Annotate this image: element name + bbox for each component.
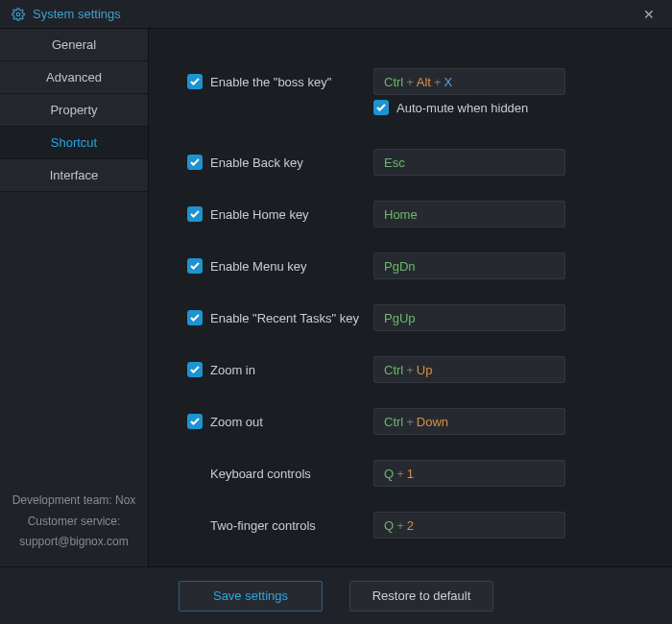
tab-property[interactable]: Property: [0, 94, 148, 127]
label-zoomout: Zoom out: [210, 415, 373, 429]
hotkey-twofinger[interactable]: Q+2: [373, 512, 565, 539]
row-zoomin: Zoom in Ctrl+Up: [187, 344, 641, 396]
label-home: Enable Home key: [210, 207, 373, 222]
checkbox-zoomin[interactable]: [187, 362, 203, 377]
row-zoomout: Zoom out Ctrl+Down: [187, 396, 641, 447]
titlebar: System settings ✕: [0, 0, 672, 29]
label-keyboard: Keyboard controls: [210, 467, 373, 481]
hotkey-recent[interactable]: PgUp: [373, 304, 565, 331]
label-zoomin: Zoom in: [210, 363, 373, 377]
gear-icon: [12, 8, 25, 21]
row-recent: Enable "Recent Tasks" key PgUp: [187, 292, 641, 344]
label-back: Enable Back key: [210, 156, 373, 170]
footer-line-2: Customer service:: [8, 512, 140, 533]
hotkey-zoomin[interactable]: Ctrl+Up: [373, 356, 565, 383]
svg-point-0: [16, 12, 20, 16]
hotkey-home[interactable]: Home: [373, 201, 565, 228]
checkbox-recent[interactable]: [187, 310, 203, 325]
checkbox-home[interactable]: [187, 206, 203, 222]
row-back: Enable Back key Esc: [187, 136, 641, 188]
tab-advanced[interactable]: Advanced: [0, 61, 148, 94]
label-recent: Enable "Recent Tasks" key: [210, 311, 373, 325]
tab-shortcut[interactable]: Shortcut: [0, 127, 148, 159]
label-bosskey: Enable the "boss key": [210, 75, 373, 89]
checkbox-automute[interactable]: [373, 100, 389, 115]
sidebar-tabs: General Advanced Property Shortcut Inter…: [0, 29, 148, 192]
hotkey-back[interactable]: Esc: [373, 149, 565, 176]
hotkey-menu[interactable]: PgDn: [373, 252, 565, 279]
footer-line-3: support@bignox.com: [8, 532, 140, 553]
row-menu: Enable Menu key PgDn: [187, 240, 641, 292]
row-twofinger: Two-finger controls Q+2: [187, 499, 641, 551]
content: Enable the "boss key" Ctrl+Alt+X Auto-mu…: [149, 29, 672, 566]
footer: Save settings Restore to default: [0, 566, 672, 624]
main: General Advanced Property Shortcut Inter…: [0, 29, 672, 566]
footer-line-1: Development team: Nox: [8, 491, 140, 512]
hotkey-zoomout[interactable]: Ctrl+Down: [373, 408, 565, 435]
tab-interface[interactable]: Interface: [0, 159, 148, 192]
row-keyboard: Keyboard controls Q+1: [187, 447, 641, 499]
save-button[interactable]: Save settings: [179, 581, 323, 612]
sidebar-spacer: [0, 192, 148, 481]
window-title: System settings: [33, 7, 637, 21]
checkbox-menu[interactable]: [187, 258, 203, 274]
label-automute: Auto-mute when hidden: [396, 101, 534, 115]
restore-button[interactable]: Restore to default: [349, 581, 493, 612]
checkbox-back[interactable]: [187, 155, 203, 170]
hotkey-keyboard[interactable]: Q+1: [373, 460, 565, 487]
label-twofinger: Two-finger controls: [210, 518, 373, 533]
sidebar: General Advanced Property Shortcut Inter…: [0, 29, 149, 566]
checkbox-zoomout[interactable]: [187, 414, 203, 429]
row-home: Enable Home key Home: [187, 188, 641, 240]
label-menu: Enable Menu key: [210, 259, 373, 274]
sidebar-footer: Development team: Nox Customer service: …: [0, 481, 148, 566]
close-button[interactable]: ✕: [637, 5, 660, 24]
checkbox-bosskey[interactable]: [187, 74, 203, 89]
hotkey-bosskey[interactable]: Ctrl+Alt+X: [373, 68, 565, 95]
tab-general[interactable]: General: [0, 29, 148, 61]
